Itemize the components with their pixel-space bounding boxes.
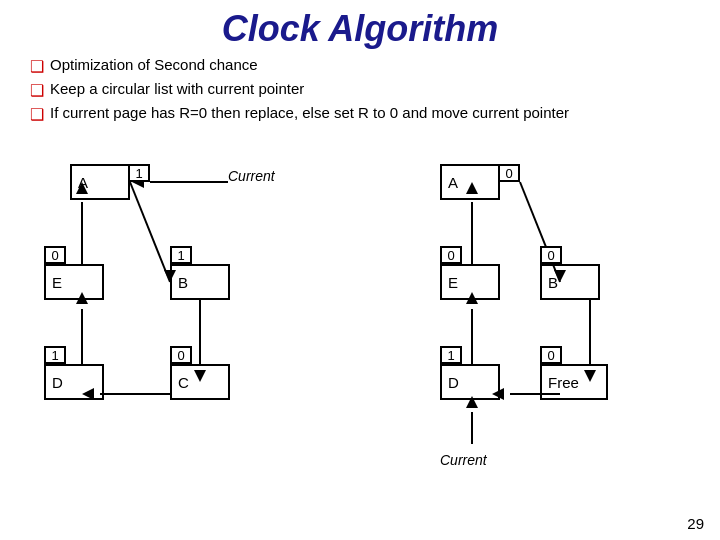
- bit-Free2: 0: [540, 346, 562, 364]
- node-C1-label: C: [178, 374, 189, 391]
- current-label-2: Current: [440, 452, 487, 468]
- bullet-mark-1: ❑: [30, 57, 44, 76]
- node-E1-label: E: [52, 274, 62, 291]
- bullet-mark-2: ❑: [30, 81, 44, 100]
- node-D2-label: D: [448, 374, 459, 391]
- bit-Free2-value: 0: [547, 348, 554, 363]
- bit-B1-value: 1: [177, 248, 184, 263]
- node-D1-label: D: [52, 374, 63, 391]
- bit-E2-value: 0: [447, 248, 454, 263]
- bullet-2: ❑ Keep a circular list with current poin…: [30, 80, 700, 100]
- title: Clock Algorithm: [0, 0, 720, 56]
- bit-A2-value: 0: [505, 166, 512, 181]
- diagram-area: A 1 B 1 C 0 D 1 E 0 Current A 0 B 0: [0, 134, 720, 474]
- bullet-mark-3: ❑: [30, 105, 44, 124]
- bullet-text-2: Keep a circular list with current pointe…: [50, 80, 304, 97]
- bit-B1: 1: [170, 246, 192, 264]
- node-B1: B: [170, 264, 230, 300]
- node-E2-label: E: [448, 274, 458, 291]
- bit-D1: 1: [44, 346, 66, 364]
- bit-C1-value: 0: [177, 348, 184, 363]
- node-D1: D: [44, 364, 104, 400]
- node-A1: A: [70, 164, 130, 200]
- bullet-text-1: Optimization of Second chance: [50, 56, 258, 73]
- bit-D2: 1: [440, 346, 462, 364]
- node-A2: A: [440, 164, 500, 200]
- node-A1-label: A: [78, 174, 88, 191]
- bit-A1-value: 1: [135, 166, 142, 181]
- node-B1-label: B: [178, 274, 188, 291]
- node-C1: C: [170, 364, 230, 400]
- bullet-text-3: If current page has R=0 then replace, el…: [50, 104, 569, 121]
- bit-A1: 1: [128, 164, 150, 182]
- bit-C1: 0: [170, 346, 192, 364]
- bit-D1-value: 1: [51, 348, 58, 363]
- node-A2-label: A: [448, 174, 458, 191]
- bit-D2-value: 1: [447, 348, 454, 363]
- bullets-section: ❑ Optimization of Second chance ❑ Keep a…: [0, 56, 720, 124]
- node-B2: B: [540, 264, 600, 300]
- current-label-1: Current: [228, 168, 275, 184]
- bullet-1: ❑ Optimization of Second chance: [30, 56, 700, 76]
- bit-E1: 0: [44, 246, 66, 264]
- node-B2-label: B: [548, 274, 558, 291]
- bit-B2-value: 0: [547, 248, 554, 263]
- bit-B2: 0: [540, 246, 562, 264]
- bit-E1-value: 0: [51, 248, 58, 263]
- page-number: 29: [687, 515, 704, 532]
- node-D2: D: [440, 364, 500, 400]
- svg-line-0: [130, 182, 170, 282]
- bit-A2: 0: [498, 164, 520, 182]
- node-Free2: Free: [540, 364, 608, 400]
- node-Free2-label: Free: [548, 374, 579, 391]
- node-E1: E: [44, 264, 104, 300]
- bit-E2: 0: [440, 246, 462, 264]
- bullet-3: ❑ If current page has R=0 then replace, …: [30, 104, 700, 124]
- node-E2: E: [440, 264, 500, 300]
